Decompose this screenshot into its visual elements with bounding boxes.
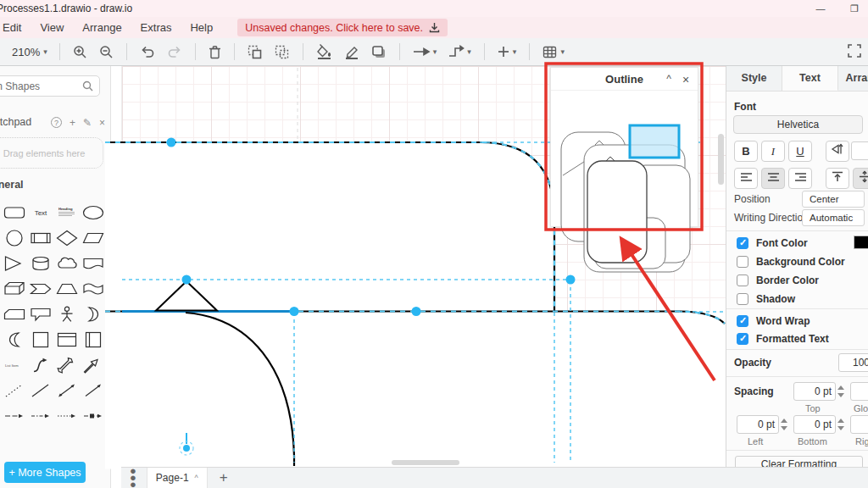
palette-shape-process[interactable] xyxy=(27,225,53,251)
menu-arrange[interactable]: Arrange xyxy=(73,19,131,36)
position-select[interactable]: Center xyxy=(802,191,865,208)
spacing-global-input[interactable]: 2 xyxy=(850,382,868,401)
more-shapes-button[interactable]: + More Shapes xyxy=(4,462,86,483)
writing-direction-select[interactable]: Automatic xyxy=(802,209,865,226)
align-left-button[interactable] xyxy=(734,168,758,189)
shape-rounded-rect-top-fill[interactable] xyxy=(105,142,554,311)
italic-button[interactable]: I xyxy=(761,141,785,162)
align-center-button[interactable] xyxy=(761,168,785,189)
tab-arrange[interactable]: Arrange xyxy=(838,66,868,91)
palette-shape-cloud[interactable] xyxy=(53,251,80,276)
outline-viewport[interactable] xyxy=(630,125,679,158)
palette-shape-dotted-link[interactable] xyxy=(53,403,80,429)
fullscreen-button[interactable] xyxy=(848,44,861,61)
to-front-button[interactable] xyxy=(243,42,267,62)
palette-shape-actor[interactable] xyxy=(53,302,80,327)
restore-button[interactable]: ❐ xyxy=(848,2,861,15)
palette-shape-cube[interactable] xyxy=(1,276,27,302)
palette-shape-dashed-link[interactable] xyxy=(27,403,53,429)
word-wrap-row[interactable]: Word Wrap xyxy=(737,314,810,328)
spacing-bottom-input[interactable]: 0 pt xyxy=(793,415,836,434)
palette-shape-dashed-line[interactable] xyxy=(1,378,27,403)
table-button[interactable]: ▾ xyxy=(538,43,569,61)
palette-shape-bidirectional-connector[interactable] xyxy=(53,378,80,403)
background-color-checkbox[interactable] xyxy=(737,256,748,268)
palette-shape-directional-connector[interactable] xyxy=(80,378,106,403)
palette-shape-callout[interactable] xyxy=(27,302,53,327)
palette-shape-square[interactable] xyxy=(27,327,53,352)
canvas-horizontal-scrollbar[interactable] xyxy=(392,460,459,465)
zoom-in-button[interactable] xyxy=(69,42,92,62)
menu-help[interactable]: Help xyxy=(181,19,222,36)
palette-shape-bidirectional-arrow[interactable] xyxy=(53,352,80,378)
page-tab-1[interactable]: Page-1 ^ xyxy=(147,468,208,488)
palette-shape-link[interactable] xyxy=(1,403,27,429)
font-color-row[interactable]: Font Color xyxy=(737,236,808,250)
palette-shape-ellipse[interactable] xyxy=(80,200,106,225)
palette-shape-cylinder[interactable] xyxy=(27,251,53,276)
text-direction-button[interactable] xyxy=(826,141,849,162)
collapse-icon[interactable]: ^ xyxy=(662,73,676,85)
palette-shape-rounded-rectangle[interactable] xyxy=(1,200,27,225)
opacity-input[interactable]: 100 xyxy=(838,353,868,372)
outline-panel[interactable]: Outline ^ × xyxy=(550,67,698,227)
palette-shape-list-item[interactable]: List Item xyxy=(1,352,27,378)
palette-shape-parallelogram[interactable] xyxy=(80,225,106,251)
connection-arrow-button[interactable]: ▾ xyxy=(409,44,442,59)
menu-view[interactable]: View xyxy=(31,19,73,36)
shadow-button[interactable] xyxy=(367,42,391,62)
palette-shape-curve[interactable] xyxy=(27,352,53,378)
font-color-swatch[interactable] xyxy=(854,236,868,249)
word-wrap-checkbox[interactable] xyxy=(737,315,748,327)
canvas-vertical-scrollbar[interactable] xyxy=(718,134,724,185)
shadow-row[interactable]: Shadow xyxy=(737,292,795,306)
zoom-level-select[interactable]: 210% ▾ xyxy=(0,44,53,60)
palette-shape-and[interactable] xyxy=(1,327,27,352)
bold-button[interactable]: B xyxy=(734,141,758,162)
underline-button[interactable]: U xyxy=(788,141,812,162)
edge-endpoint-handle[interactable] xyxy=(183,445,190,452)
tab-text[interactable]: Text xyxy=(782,66,838,91)
palette-shape-step[interactable] xyxy=(27,276,53,302)
line-color-button[interactable] xyxy=(340,42,364,62)
tab-style[interactable]: Style xyxy=(726,66,782,91)
outline-minimap[interactable] xyxy=(551,91,698,226)
scratchpad-edit-icon[interactable]: ✎ xyxy=(83,117,92,129)
palette-shape-text[interactable]: Text xyxy=(27,200,53,225)
spacing-top-input[interactable]: 0 pt xyxy=(793,382,836,401)
palette-shape-triangle[interactable] xyxy=(1,251,27,276)
to-back-button[interactable] xyxy=(270,42,294,62)
palette-shape-arrow[interactable] xyxy=(80,352,106,378)
valign-top-button[interactable] xyxy=(826,168,849,189)
waypoint-style-button[interactable]: ▾ xyxy=(444,43,476,60)
menu-extras[interactable]: Extras xyxy=(131,19,181,36)
palette-shape-trapezoid[interactable] xyxy=(53,276,80,302)
border-color-checkbox[interactable] xyxy=(737,274,748,286)
insert-button[interactable]: ▾ xyxy=(493,43,521,60)
general-section-header[interactable]: General xyxy=(0,179,24,191)
scratchpad-add-icon[interactable]: + xyxy=(70,117,75,129)
formatted-text-checkbox[interactable] xyxy=(737,333,748,345)
shadow-checkbox[interactable] xyxy=(737,293,748,305)
valign-middle-button[interactable] xyxy=(853,168,868,189)
background-color-row[interactable]: Background Color xyxy=(737,255,845,269)
redo-button[interactable] xyxy=(163,42,186,61)
zoom-out-button[interactable] xyxy=(95,42,118,62)
spacing-left-input[interactable]: 0 pt xyxy=(737,415,779,434)
menu-edit[interactable]: Edit xyxy=(0,19,31,36)
palette-shape-textbox[interactable]: Heading xyxy=(53,200,80,225)
add-page-button[interactable]: + xyxy=(220,469,228,486)
formatted-text-row[interactable]: Formatted Text xyxy=(737,332,829,346)
font-color-checkbox[interactable] xyxy=(737,237,748,249)
search-shapes-input[interactable]: Search Shapes xyxy=(0,75,100,97)
unsaved-changes-button[interactable]: Unsaved changes. Click here to save. xyxy=(237,19,448,36)
palette-shape-or[interactable] xyxy=(80,302,106,327)
scratchpad-help-icon[interactable]: ? xyxy=(51,117,62,128)
font-size-input[interactable]: 12 xyxy=(851,141,868,160)
palette-shape-document[interactable] xyxy=(80,251,106,276)
scratchpad-drop-area[interactable]: Drag elements here xyxy=(0,137,103,169)
palette-shape-vertical-container[interactable] xyxy=(80,327,106,352)
fill-color-button[interactable] xyxy=(312,42,337,62)
minimize-button[interactable]: — xyxy=(814,2,827,15)
spacing-right-input[interactable]: 0 xyxy=(850,415,868,434)
